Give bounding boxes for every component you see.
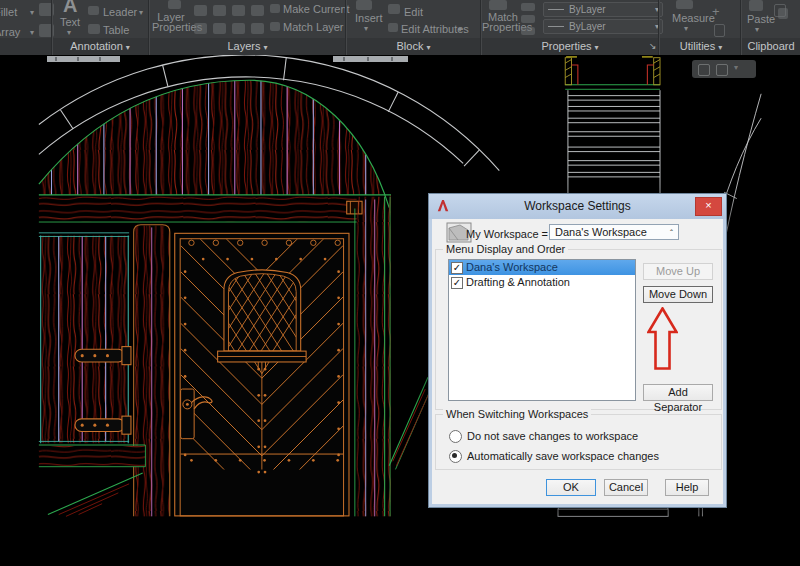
edit-attributes-icon[interactable]: [388, 23, 398, 32]
chevron-down-icon[interactable]: ▾: [458, 26, 462, 34]
chevron-down-icon[interactable]: ▾: [364, 25, 368, 33]
layer-state-icon[interactable]: [251, 23, 264, 34]
panel-label-properties[interactable]: Properties▾: [482, 40, 658, 54]
linetype-dropdown[interactable]: ByLayer▾: [543, 19, 663, 34]
add-separator-button[interactable]: Add Separator: [643, 384, 713, 401]
quick-calc-icon[interactable]: [714, 24, 725, 37]
viewport-control-remnant: [47, 56, 120, 62]
list-item-workspace[interactable]: ✓ Drafting & Annotation: [449, 275, 635, 290]
cancel-button[interactable]: Cancel: [604, 479, 648, 496]
panel-label-block[interactable]: Block▾: [347, 40, 480, 54]
dialog-titlebar[interactable]: Workspace Settings: [429, 194, 726, 219]
hinge: [75, 416, 131, 434]
panel-label-utilities[interactable]: Utilities▾: [662, 40, 740, 54]
match-properties-icon[interactable]: [489, 0, 507, 10]
chevron-down-icon[interactable]: ▾: [755, 26, 759, 34]
color-dropdown[interactable]: ByLayer▾: [543, 2, 663, 17]
layer-properties-button[interactable]: Layer Properties: [152, 12, 190, 32]
make-current-button[interactable]: Make Current: [283, 4, 350, 15]
layer-state-icon[interactable]: [232, 5, 245, 16]
shutter-panel: [39, 233, 131, 443]
paste-icon[interactable]: [749, 0, 763, 11]
match-layer-button[interactable]: Match Layer: [283, 22, 344, 33]
viewport-control-remnant: [333, 56, 408, 62]
layer-state-icon[interactable]: [194, 5, 207, 16]
make-current-icon[interactable]: [270, 4, 280, 13]
help-button[interactable]: Help: [665, 479, 709, 496]
leader-button[interactable]: Leader: [103, 7, 137, 18]
match-layer-icon[interactable]: [270, 22, 280, 31]
text-button[interactable]: Text: [60, 17, 80, 28]
panel-launcher-icon[interactable]: ↘: [649, 41, 657, 51]
app-window: Fillet ▾ Array ▾ A Text ▾ Leader ▾ Table…: [0, 0, 800, 566]
insert-button[interactable]: Insert: [355, 13, 383, 24]
insert-block-icon[interactable]: [356, 0, 372, 10]
array-button[interactable]: Array: [0, 27, 20, 38]
ribbon: Fillet ▾ Array ▾ A Text ▾ Leader ▾ Table…: [0, 0, 800, 55]
checkbox-checked[interactable]: ✓: [451, 262, 463, 274]
chevron-down-icon[interactable]: ▾: [30, 29, 34, 37]
layer-state-icon[interactable]: [194, 23, 207, 34]
dialog-body: My Workspace = Dana's Workspace ˆ Menu D…: [432, 219, 723, 504]
panel-label-clipboard: Clipboard: [742, 40, 800, 54]
chevron-down-icon[interactable]: ▾: [139, 9, 143, 17]
linetype-icon[interactable]: [521, 15, 535, 23]
right-jamb-planks: [355, 197, 391, 517]
my-workspace-label: My Workspace =: [466, 228, 548, 240]
layer-isolate-icon[interactable]: [232, 23, 245, 34]
lineweight-icon[interactable]: [521, 3, 535, 11]
copy-icon[interactable]: [778, 8, 788, 19]
panel-label-layers[interactable]: Layers▾: [150, 40, 345, 54]
ok-button[interactable]: OK: [546, 479, 596, 496]
hinge: [75, 347, 131, 365]
zoom-icon[interactable]: [716, 64, 728, 76]
door-post: [134, 225, 170, 517]
table-button[interactable]: Table: [103, 25, 129, 36]
checkbox-checked[interactable]: ✓: [451, 277, 463, 289]
annotation-arrow-up: [647, 307, 678, 370]
list-item-workspace[interactable]: ✓ Dana's Workspace: [449, 260, 635, 275]
column-capital: [565, 57, 660, 90]
move-down-button[interactable]: Move Down: [643, 286, 713, 303]
edit-button[interactable]: Edit: [404, 7, 423, 18]
panel-label-annotation[interactable]: Annotation▾: [52, 40, 148, 54]
text-tool-icon[interactable]: A: [63, 0, 77, 14]
table-icon[interactable]: [88, 24, 100, 34]
radio-do-not-save[interactable]: [449, 430, 462, 443]
measure-icon[interactable]: [676, 0, 693, 9]
move-up-button[interactable]: Move Up: [643, 263, 713, 280]
lintel-beam: [39, 195, 391, 222]
leader-icon[interactable]: [88, 6, 99, 15]
autocad-logo-icon: [436, 199, 450, 213]
pan-icon[interactable]: [698, 64, 710, 76]
chevron-down-icon[interactable]: ▾: [30, 9, 34, 17]
workspace-list[interactable]: ✓ Dana's Workspace ✓ Drafting & Annotati…: [448, 259, 636, 401]
chevron-down-icon[interactable]: ▾: [67, 29, 71, 37]
radio-auto-save-label[interactable]: Automatically save workspace changes: [467, 450, 659, 462]
bottom-sill: [39, 445, 146, 516]
plot-style-icon[interactable]: [521, 27, 535, 35]
my-workspace-dropdown[interactable]: Dana's Workspace ˆ: [549, 224, 679, 240]
switching-group-label: When Switching Workspaces: [443, 408, 591, 420]
paste-button[interactable]: Paste: [747, 14, 775, 25]
fillet-button[interactable]: Fillet: [0, 7, 17, 18]
layer-lock-icon[interactable]: [251, 5, 264, 16]
chevron-down-icon[interactable]: ▾: [684, 25, 688, 33]
arch-planks: [39, 78, 393, 208]
match-properties-button[interactable]: Match Properties: [482, 12, 524, 32]
measure-button[interactable]: Measure: [672, 13, 715, 24]
layer-properties-icon[interactable]: [168, 0, 181, 9]
layer-state-icon[interactable]: [213, 5, 226, 16]
radio-do-not-save-label[interactable]: Do not save changes to workspace: [467, 430, 638, 442]
menu-display-group-label: Menu Display and Order: [443, 243, 568, 255]
quick-select-icon[interactable]: +: [712, 6, 720, 17]
chevron-down-icon: ˆ: [670, 226, 673, 241]
radio-auto-save[interactable]: [449, 450, 462, 463]
chevron-down-icon[interactable]: ▾: [734, 63, 738, 72]
workspace-settings-dialog: Workspace Settings × My Workspace = Dana…: [428, 193, 727, 508]
edit-block-icon[interactable]: [388, 4, 400, 14]
navigation-bar-remnant[interactable]: ▾: [692, 60, 756, 78]
close-icon[interactable]: ×: [695, 197, 722, 216]
layer-state-icon[interactable]: [213, 23, 226, 34]
